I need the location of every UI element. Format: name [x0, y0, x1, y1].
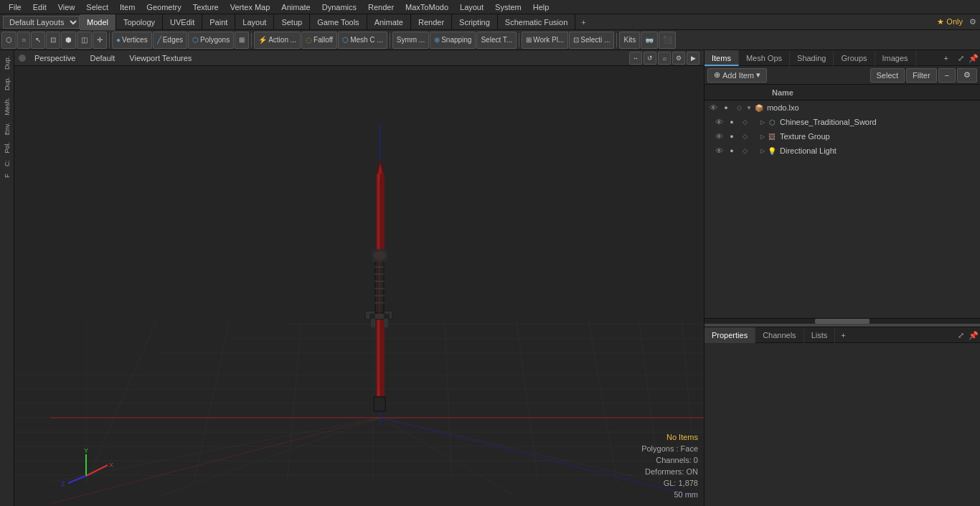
prop-tab-properties[interactable]: Properties	[705, 327, 755, 343]
item-lock-modo-lxo[interactable]: ●	[720, 102, 732, 113]
tab-game-tools[interactable]: Game Tools	[310, 14, 367, 30]
perspective-tab[interactable]: Perspective	[29, 50, 81, 66]
action-btn[interactable]: ⚡ Action ...	[254, 32, 301, 49]
sidebar-tab-env[interactable]: Env.	[2, 120, 12, 138]
sidebar-tab-c[interactable]: C:	[2, 157, 12, 169]
layout-tab-plus[interactable]: +	[575, 14, 591, 30]
item-row-texture-group[interactable]: 👁 ● ◇ ▷ 🖼 Texture Group	[705, 129, 980, 144]
sidebar-tab-dup2[interactable]: Dup.	[2, 74, 12, 93]
tab-setup[interactable]: Setup	[274, 14, 310, 30]
add-item-btn[interactable]: ⊕ Add Item ▾	[707, 68, 767, 83]
textures-tab[interactable]: Viewport Textures	[123, 50, 197, 66]
lasso-btn[interactable]: ⬢	[61, 32, 76, 49]
vertices-btn[interactable]: ● Vertices	[112, 32, 152, 49]
prop-tab-plus[interactable]: +	[835, 327, 851, 343]
vp-zoom-btn[interactable]: ⌕	[658, 52, 671, 65]
sidebar-tab-f[interactable]: F	[2, 171, 12, 181]
mat-btn[interactable]: ⊞	[235, 32, 249, 49]
menu-texture[interactable]: Texture	[187, 0, 225, 14]
vp-nav-btn[interactable]: ↔	[629, 52, 642, 65]
box-select-btn[interactable]: ⊡	[46, 32, 60, 49]
prop-tab-channels[interactable]: Channels	[755, 327, 804, 343]
menu-edit[interactable]: Edit	[27, 0, 52, 14]
item-eye-sword[interactable]: 👁	[713, 116, 725, 128]
item-ref-texture[interactable]: ◇	[739, 131, 750, 142]
items-settings-btn[interactable]: ⚙	[957, 68, 977, 83]
item-expand-triangle-light[interactable]: ▷	[760, 148, 765, 154]
item-ref-light[interactable]: ◇	[739, 145, 750, 156]
snap-tool-btn[interactable]: ⬡	[1, 32, 17, 49]
layout-dropdown[interactable]: Default Layouts	[3, 16, 80, 29]
item-eye-modo-lxo[interactable]: 👁	[707, 102, 719, 113]
cube-btn[interactable]: ⬛	[659, 32, 676, 49]
menu-render[interactable]: Render	[362, 0, 400, 14]
edges-btn[interactable]: ╱ Edges	[153, 32, 187, 49]
menu-maxtomodo[interactable]: MaxToModo	[400, 0, 454, 14]
menu-animate[interactable]: Animate	[275, 0, 316, 14]
tab-mesh-ops[interactable]: Mesh Ops	[739, 50, 790, 66]
item-lock-light[interactable]: ●	[726, 145, 738, 156]
viewport[interactable]: Perspective Default Viewport Textures ↔ …	[14, 50, 704, 506]
tab-schematic-fusion[interactable]: Schematic Fusion	[498, 14, 575, 30]
tab-animate[interactable]: Animate	[367, 14, 411, 30]
menu-select[interactable]: Select	[80, 0, 114, 14]
tab-paint[interactable]: Paint	[202, 14, 235, 30]
tab-layout[interactable]: Layout	[235, 14, 274, 30]
filter-btn[interactable]: Filter	[906, 68, 936, 83]
kits-btn[interactable]: Kits	[619, 32, 640, 49]
viewport-canvas[interactable]: No Items Polygons : Face Channels: 0 Def…	[14, 66, 704, 506]
item-ref-sword[interactable]: ◇	[739, 116, 750, 128]
move-btn[interactable]: ✛	[93, 32, 107, 49]
tab-scripting[interactable]: Scripting	[452, 14, 498, 30]
select-t-btn[interactable]: Select T...	[476, 32, 517, 49]
tab-images[interactable]: Images	[875, 50, 916, 66]
prop-tab-lists[interactable]: Lists	[804, 327, 836, 343]
vp-rotate-btn[interactable]: ↺	[644, 52, 656, 65]
tab-model[interactable]: Model	[80, 14, 116, 30]
tab-render[interactable]: Render	[411, 14, 452, 30]
item-row-light[interactable]: 👁 ● ◇ ▷ 💡 Directional Light	[705, 144, 980, 158]
prop-expand-btn[interactable]: ⤢	[954, 327, 967, 343]
snapping-btn[interactable]: ⊕ Snapping	[430, 32, 476, 49]
menu-item[interactable]: Item	[114, 0, 141, 14]
tab-items[interactable]: Items	[705, 50, 739, 66]
menu-vertex-map[interactable]: Vertex Map	[225, 0, 276, 14]
selecti-btn[interactable]: ⊡ Selecti ...	[569, 32, 614, 49]
menu-layout[interactable]: Layout	[454, 0, 489, 14]
select-btn[interactable]: Select	[870, 68, 905, 83]
menu-dynamics[interactable]: Dynamics	[316, 0, 362, 14]
sidebar-tab-dup1[interactable]: Dup.	[2, 53, 12, 72]
item-row-modo-lxo[interactable]: 👁 ● ◇ ▼ 📦 modo.lxo	[705, 100, 980, 115]
panel-expand-btn[interactable]: ⤢	[954, 50, 967, 66]
tab-uvedit[interactable]: UVEdit	[163, 14, 202, 30]
mesh-c-btn[interactable]: ⬡ Mesh C ...	[338, 32, 387, 49]
sidebar-tab-pol[interactable]: Pol.	[2, 139, 12, 156]
item-lock-texture[interactable]: ●	[726, 131, 738, 142]
items-scrollbar[interactable]	[705, 318, 980, 324]
item-expand-triangle-modo[interactable]: ▼	[746, 105, 752, 111]
item-expand-triangle-texture[interactable]: ▷	[760, 133, 765, 140]
cursor-btn[interactable]: ↖	[31, 32, 45, 49]
falloff-btn[interactable]: ◌ Falloff	[301, 32, 337, 49]
panel-tab-plus[interactable]: +	[938, 50, 954, 66]
menu-help[interactable]: Help	[527, 0, 555, 14]
tab-topology[interactable]: Topology	[116, 14, 163, 30]
item-row-sword[interactable]: 👁 ● ◇ ▷ ⬡ Chinese_Traditional_Sword	[705, 115, 980, 129]
vr-btn[interactable]: 🥽	[641, 32, 658, 49]
item-expand-triangle-sword[interactable]: ▷	[760, 119, 765, 126]
menu-view[interactable]: View	[52, 0, 81, 14]
item-eye-light[interactable]: 👁	[713, 145, 725, 156]
vp-settings-btn[interactable]: ⚙	[672, 52, 685, 65]
default-tab[interactable]: Default	[84, 50, 121, 66]
polygons-btn[interactable]: ⬡ Polygons	[188, 32, 234, 49]
work-pl-btn[interactable]: ⊞ Work Pl...	[522, 32, 568, 49]
menu-geometry[interactable]: Geometry	[141, 0, 187, 14]
symm-btn[interactable]: Symm ...	[392, 32, 429, 49]
item-eye-texture[interactable]: 👁	[713, 131, 725, 142]
panel-pin-btn[interactable]: 📌	[967, 50, 980, 66]
circle-tool-btn[interactable]: ○	[17, 32, 30, 49]
tab-shading[interactable]: Shading	[790, 50, 834, 66]
prop-pin-btn[interactable]: 📌	[967, 327, 980, 343]
item-ref-modo-lxo[interactable]: ◇	[733, 102, 745, 113]
layout-settings-icon[interactable]: ⚙	[966, 14, 980, 30]
